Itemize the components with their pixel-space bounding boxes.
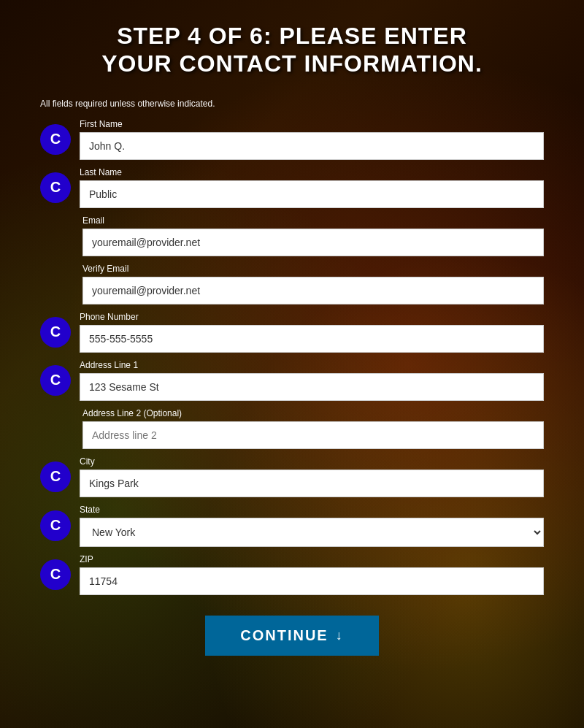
state-group: C State AlabamaAlaskaArizonaArkansasCali… bbox=[40, 505, 544, 547]
email-label: Email bbox=[82, 215, 544, 226]
address1-input[interactable] bbox=[80, 373, 544, 401]
first-name-input[interactable] bbox=[80, 132, 544, 160]
last-name-group: C Last Name bbox=[40, 167, 544, 208]
phone-group: C Phone Number bbox=[40, 312, 544, 353]
zip-field-wrapper: ZIP bbox=[80, 554, 544, 595]
verify-email-input[interactable] bbox=[82, 277, 544, 304]
city-field-wrapper: City bbox=[80, 456, 544, 497]
city-input[interactable] bbox=[80, 470, 544, 497]
address2-field-wrapper: Address Line 2 (Optional) bbox=[82, 408, 544, 449]
email-field-wrapper: Email bbox=[82, 215, 544, 256]
first-name-badge: C bbox=[40, 124, 71, 155]
verify-email-label: Verify Email bbox=[82, 264, 544, 274]
phone-label: Phone Number bbox=[80, 312, 544, 322]
last-name-input[interactable] bbox=[80, 180, 544, 208]
phone-field-wrapper: Phone Number bbox=[80, 312, 544, 353]
first-name-group: C First Name bbox=[40, 119, 544, 160]
city-badge: C bbox=[40, 461, 71, 492]
verify-email-field-wrapper: Verify Email bbox=[82, 264, 544, 304]
state-badge: C bbox=[40, 510, 71, 541]
phone-badge: C bbox=[40, 317, 71, 348]
city-label: City bbox=[80, 456, 544, 467]
last-name-field-wrapper: Last Name bbox=[80, 167, 544, 208]
address2-group: Address Line 2 (Optional) bbox=[40, 408, 544, 449]
address1-group: C Address Line 1 bbox=[40, 360, 544, 401]
continue-button-label: CONTINUE bbox=[240, 627, 328, 644]
state-select[interactable]: AlabamaAlaskaArizonaArkansasCaliforniaCo… bbox=[80, 518, 544, 547]
address1-field-wrapper: Address Line 1 bbox=[80, 360, 544, 401]
phone-input[interactable] bbox=[80, 325, 544, 353]
down-arrow-icon: ↓ bbox=[336, 628, 344, 643]
first-name-label: First Name bbox=[80, 119, 544, 129]
form-subtitle: All fields required unless otherwise ind… bbox=[40, 99, 544, 109]
last-name-label: Last Name bbox=[80, 167, 544, 177]
state-label: State bbox=[80, 505, 544, 515]
address2-input[interactable] bbox=[82, 421, 544, 449]
zip-label: ZIP bbox=[80, 554, 544, 564]
continue-button[interactable]: CONTINUE ↓ bbox=[205, 616, 378, 656]
address1-badge: C bbox=[40, 365, 71, 396]
email-input[interactable] bbox=[82, 229, 544, 256]
verify-email-group: Verify Email bbox=[40, 264, 544, 304]
last-name-badge: C bbox=[40, 172, 71, 203]
city-group: C City bbox=[40, 456, 544, 497]
first-name-field-wrapper: First Name bbox=[80, 119, 544, 160]
zip-input[interactable] bbox=[80, 567, 544, 595]
address2-label: Address Line 2 (Optional) bbox=[82, 408, 544, 418]
state-field-wrapper: State AlabamaAlaskaArizonaArkansasCalifo… bbox=[80, 505, 544, 547]
page-title: STEP 4 OF 6: PLEASE ENTER YOUR CONTACT I… bbox=[40, 22, 544, 78]
address1-label: Address Line 1 bbox=[80, 360, 544, 370]
continue-button-wrapper: CONTINUE ↓ bbox=[40, 616, 544, 656]
zip-group: C ZIP bbox=[40, 554, 544, 595]
zip-badge: C bbox=[40, 559, 71, 590]
email-group: Email bbox=[40, 215, 544, 256]
